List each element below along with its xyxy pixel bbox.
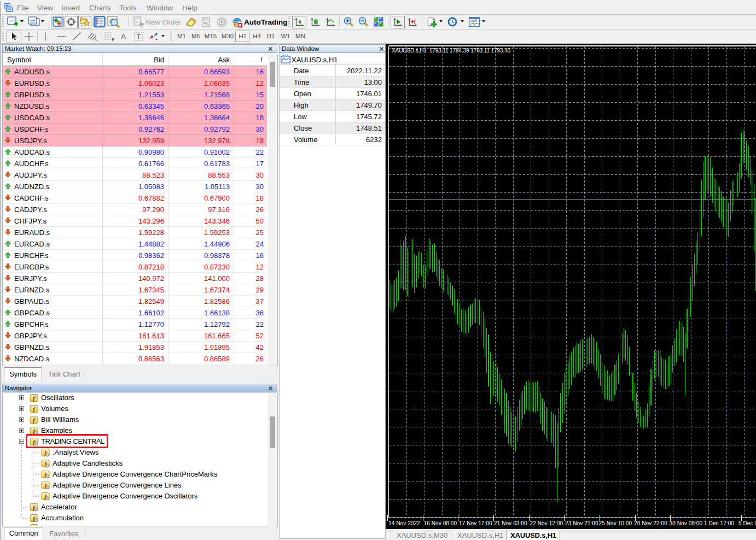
svg-text:E: E: [95, 37, 98, 41]
svg-text:22 Nov 12:00: 22 Nov 12:00: [530, 520, 563, 526]
svg-text:30 Nov 08:00: 30 Nov 08:00: [670, 520, 703, 526]
svg-text:17 Nov 17:00: 17 Nov 17:00: [459, 520, 492, 526]
svg-text:T: T: [137, 33, 141, 40]
svg-text:5 Dec 0: 5 Dec 0: [738, 520, 756, 526]
svg-text:28 Nov 22:00: 28 Nov 22:00: [634, 520, 667, 526]
svg-text:1 Dec 17:00: 1 Dec 17:00: [704, 520, 734, 526]
svg-text:XAUUSD.s,H1 1793.11 1794.39 1: XAUUSD.s,H1 1793.11 1794.39 1793.11 1793…: [392, 48, 511, 54]
svg-text:21 Nov 03:00: 21 Nov 03:00: [494, 520, 527, 526]
svg-text:14 Nov 2022: 14 Nov 2022: [388, 520, 420, 526]
svg-text:16 Nov 08:00: 16 Nov 08:00: [424, 520, 457, 526]
svg-text:23 Nov 21:00: 23 Nov 21:00: [565, 520, 598, 526]
svg-text:F: F: [112, 37, 115, 42]
svg-text:25 Nov 10:00: 25 Nov 10:00: [599, 520, 632, 526]
